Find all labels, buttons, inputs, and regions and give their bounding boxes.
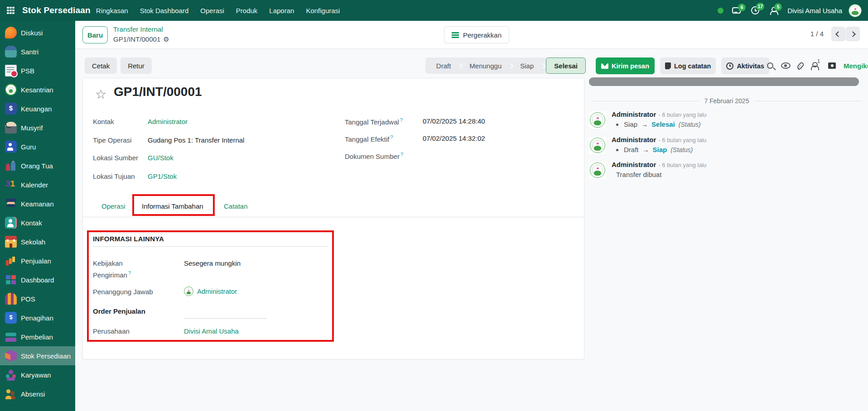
tab-operasi[interactable]: Operasi (101, 195, 125, 217)
supervisor-icon (5, 122, 17, 134)
chatter-message: Administrator- 6 bulan yang lalu Transfe… (589, 161, 865, 178)
sidebar-item-penagihan[interactable]: Penagihan (0, 308, 75, 327)
navbar-menu: Ringkasan Stok Dashboard Operasi Produk … (96, 7, 340, 14)
follow-avatar-icon[interactable] (828, 62, 836, 69)
status-meta: (Status) (670, 146, 693, 153)
sidebar-item-sekolah[interactable]: Sekolah (0, 232, 75, 251)
sidebar-item-karyawan[interactable]: Karyawan (0, 365, 75, 384)
billing-icon (5, 312, 17, 324)
requests-icon[interactable]: 5 (770, 7, 777, 14)
paperclip-icon[interactable] (798, 62, 803, 70)
sidebar-item-orang-tua[interactable]: Orang Tua (0, 156, 75, 175)
sidebar-item-keuangan[interactable]: Keuangan (0, 99, 75, 118)
annotation-box-section (87, 230, 334, 342)
apps-grid-icon[interactable] (7, 7, 14, 14)
print-button[interactable]: Cetak (85, 57, 117, 74)
inventory-icon (5, 350, 17, 362)
sidebar-item-santri[interactable]: Santri (0, 42, 75, 61)
annotation-box-tab (132, 194, 215, 216)
tab-catatan[interactable]: Catatan (224, 195, 248, 217)
breadcrumb-status-chip[interactable]: Baru (82, 26, 108, 43)
sidebar-item-psb[interactable]: PSB (0, 61, 75, 80)
sidebar-item-dashboard[interactable]: Dashboard (0, 270, 75, 289)
sidebar-item-kesantrian[interactable]: Kesantrian (0, 80, 75, 99)
company-name[interactable]: Divisi Amal Usaha (787, 7, 842, 14)
sidebar-item-musyrif[interactable]: Musyrif (0, 118, 75, 137)
student-icon (5, 46, 17, 57)
bullet-icon (616, 149, 618, 151)
menu-operasi[interactable]: Operasi (200, 7, 224, 14)
field-value-tanggal-terjadwal[interactable]: 07/02/2025 14:28:40 (423, 117, 485, 125)
sidebar-item-kontak[interactable]: Kontak (0, 213, 75, 232)
status-to[interactable]: Siap (653, 146, 667, 153)
activity-button[interactable]: Aktivitas (721, 57, 769, 74)
status-step-selesai-active[interactable]: Selesai (546, 57, 586, 74)
field-label-tanggal-terjadwal: Tanggal Terjadwal? (345, 117, 403, 126)
sidebar-item-absensi[interactable]: Absensi (0, 384, 75, 403)
menu-stok-dashboard[interactable]: Stok Dashboard (140, 7, 189, 14)
sidebar-item-keamanan[interactable]: Keamanan (0, 194, 75, 213)
sidebar-item-guru[interactable]: Guru (0, 137, 75, 156)
pager-previous-button[interactable] (831, 27, 845, 41)
status-step-menunggu[interactable]: Menunggu (463, 62, 508, 70)
sidebar-item-pembelian[interactable]: Pembelian (0, 327, 75, 346)
status-step-siap[interactable]: Siap (514, 62, 540, 70)
field-value-kontak[interactable]: Administrator (148, 118, 188, 125)
chatter-message: Administrator- 6 bulan yang lalu Siap→Se… (589, 110, 865, 128)
search-message-icon[interactable] (767, 62, 773, 69)
help-icon: ? (400, 152, 403, 157)
list-icon (452, 32, 459, 38)
message-time: - 6 bulan yang lalu (658, 162, 706, 168)
attendance-icon (5, 388, 17, 400)
return-button[interactable]: Retur (121, 57, 152, 74)
message-time: - 6 bulan yang lalu (658, 137, 706, 143)
log-note-button[interactable]: Log catatan (660, 57, 716, 74)
menu-produk[interactable]: Produk (236, 7, 258, 14)
status-step-draft[interactable]: Draft (430, 62, 458, 70)
sales-icon (5, 255, 17, 267)
pager-next-button[interactable] (846, 27, 860, 41)
message-author: Administrator (612, 161, 656, 168)
breadcrumb: Transfer Internal GP1/INT/00001⚙ (113, 24, 169, 44)
favorite-star-icon[interactable]: ☆ (95, 87, 106, 102)
follower-count: 1 (817, 58, 820, 64)
sidebar-item-stok-persediaan[interactable]: Stok Persediaan (0, 346, 75, 365)
sidebar-item-penjualan[interactable]: Penjualan (0, 251, 75, 270)
gear-icon[interactable]: ⚙ (163, 34, 169, 44)
breadcrumb-parent-link[interactable]: Transfer Internal (113, 24, 169, 34)
field-value-lokasi-tujuan[interactable]: GP1/Stok (148, 172, 177, 180)
field-label-tanggal-efektif: Tanggal Efektif? (345, 134, 393, 143)
moves-button[interactable]: Pergerakkan (444, 26, 509, 43)
messages-icon[interactable]: 6 (732, 7, 741, 14)
activities-icon[interactable]: 17 (751, 6, 759, 14)
field-value-tanggal-efektif[interactable]: 07/02/2025 14:32:02 (423, 134, 485, 142)
eye-icon[interactable] (781, 62, 791, 69)
field-value-tipe-operasi[interactable]: Gudang Pos 1: Transfer Internal (148, 136, 244, 144)
status-from: Draft (624, 146, 639, 153)
message-author: Administrator (612, 110, 656, 118)
top-navbar: Stok Persediaan Ringkasan Stok Dashboard… (0, 0, 868, 21)
menu-konfigurasi[interactable]: Konfigurasi (306, 7, 340, 14)
send-message-button[interactable]: Kirim pesan (596, 57, 655, 74)
user-avatar[interactable] (849, 4, 862, 17)
status-to[interactable]: Selesai (651, 120, 675, 128)
menu-ringkasan[interactable]: Ringkasan (96, 7, 128, 14)
field-value-lokasi-sumber[interactable]: GU/Stok (148, 154, 174, 162)
menu-laporan[interactable]: Laporan (269, 7, 294, 14)
sidebar-item-kalender[interactable]: Kalender (0, 175, 75, 194)
breadcrumb-current: GP1/INT/00001 (113, 34, 160, 44)
sidebar-item-pos[interactable]: POS (0, 289, 75, 308)
note-icon (665, 62, 671, 69)
employees-icon (5, 369, 17, 381)
purchase-icon (5, 331, 17, 343)
message-avatar (589, 111, 606, 129)
followers-icon[interactable]: 1 (810, 62, 818, 69)
sidebar-item-diskusi[interactable]: Diskusi (0, 23, 75, 42)
contacts-icon (5, 217, 17, 229)
follow-button[interactable]: Mengikuti (844, 62, 868, 70)
chatter-scrollbar[interactable] (589, 77, 859, 86)
record-title: GP1/INT/00001 (114, 85, 202, 99)
field-label-kontak: Kontak (93, 118, 114, 125)
date-separator: 7 Februari 2025 (592, 97, 862, 105)
chatter-message: Administrator- 6 bulan yang lalu Draft→S… (589, 136, 865, 153)
